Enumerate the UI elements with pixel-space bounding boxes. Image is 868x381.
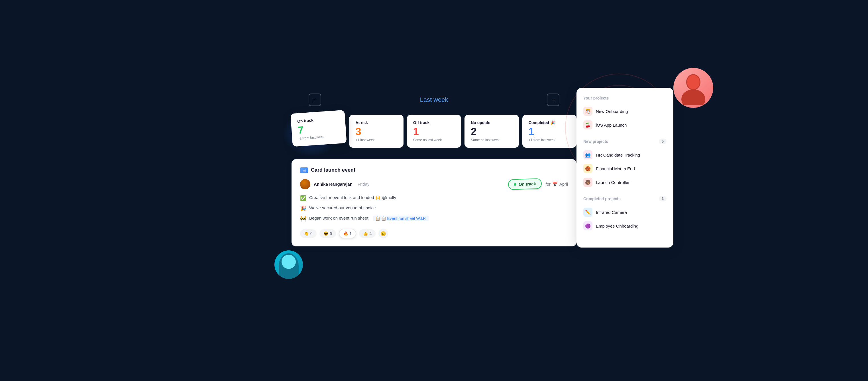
card-icon: ▤ — [300, 167, 308, 173]
completed-projects-count: 3 — [659, 196, 666, 201]
stats-row: On track 7 -2 from last week At risk 3 +… — [291, 115, 577, 153]
stat-sub: Same as last week — [413, 138, 455, 142]
project-icon: 🐻 — [583, 178, 592, 187]
project-name: Launch Controller — [596, 180, 629, 185]
project-name: New Onboarding — [596, 109, 628, 114]
completed-projects-section-header: Completed projects 3 — [583, 196, 666, 201]
link-text: 📋 Event run sheet W.I.P. — [381, 216, 426, 221]
stat-label: Off track — [413, 120, 455, 125]
new-projects-count: 5 — [659, 139, 666, 144]
project-name: Employee Onboarding — [596, 224, 638, 228]
new-projects-section-header: New projects 5 — [583, 139, 666, 144]
avatar-top-right — [673, 68, 713, 108]
check-icon: ✅ — [300, 195, 306, 201]
user-row: Annika Rangarajan Friday On track for 📅 … — [300, 179, 568, 189]
period-value: April — [559, 182, 568, 186]
update-card-title: Card launch event — [311, 167, 355, 173]
svg-point-1 — [681, 89, 705, 105]
update-card: ▤ Card launch event Annika Rangarajan Fr… — [291, 159, 577, 246]
list-item: 🚧 Began work on event run sheet 📋 📋 Even… — [300, 215, 568, 222]
new-projects-list: 👥 HR Candidate Tracking 🏀 Financial Mont… — [583, 148, 666, 189]
avatar-head — [282, 255, 296, 269]
link-icon: 📋 — [375, 216, 380, 221]
completed-projects-list: ✏️ Infrared Camera 🟣 Employee Onboarding — [583, 205, 666, 233]
smiley-icon: 🙂 — [380, 231, 386, 236]
new-projects-title: New projects — [583, 139, 608, 144]
reaction-clap[interactable]: 👏 6 — [300, 229, 317, 238]
party-icon: 🎉 — [300, 205, 306, 212]
projects-panel: Your projects 🎊 New Onboarding 🍒 iOS App… — [577, 88, 673, 247]
next-button[interactable]: → — [547, 93, 559, 106]
project-icon: 🏀 — [583, 164, 592, 173]
item-text: Began work on event run sheet — [309, 215, 368, 221]
list-item[interactable]: 🟣 Employee Onboarding — [583, 219, 666, 233]
project-name: Financial Month End — [596, 166, 635, 171]
stat-card-no-update: No update 2 Same as last week — [464, 115, 519, 148]
stat-label: At risk — [355, 120, 397, 125]
project-icon: 🍒 — [583, 120, 592, 129]
avatar — [300, 179, 310, 189]
stat-label: On track — [297, 116, 339, 123]
project-icon: 👥 — [583, 150, 592, 159]
stat-sub: +1 last week — [355, 138, 397, 142]
project-icon: 🟣 — [583, 221, 592, 230]
stat-card-off-track: Off track 1 Same as last week — [407, 115, 461, 148]
fire-count: 1 — [350, 231, 352, 236]
stat-label: Completed 🎉 — [529, 120, 570, 125]
for-label: for — [546, 182, 551, 186]
stat-card-completed: Completed 🎉 1 +1 from last week — [522, 115, 577, 148]
list-item[interactable]: 🎊 New Onboarding — [583, 105, 666, 118]
on-track-badge: On track — [508, 178, 542, 190]
your-projects-title: Your projects — [583, 96, 666, 100]
user-name: Annika Rangarajan — [314, 182, 352, 186]
svg-point-2 — [687, 75, 700, 89]
user-day: Friday — [358, 182, 370, 186]
stat-number: 7 — [298, 122, 340, 136]
thumbs-up-emoji: 👍 — [363, 231, 368, 236]
fire-emoji: 🔥 — [343, 231, 348, 236]
project-name: Infrared Camera — [596, 210, 627, 215]
list-item: 🎉 We've secured our venue of choice — [300, 205, 568, 212]
reaction-thumbs-up[interactable]: 👍 4 — [359, 229, 376, 238]
update-items: ✅ Creative for event lock and loaded 🙌 @… — [300, 195, 568, 222]
list-item[interactable]: 🍒 iOS App Launch — [583, 118, 666, 132]
reaction-cool[interactable]: 😎 6 — [319, 229, 336, 238]
stat-label: No update — [471, 120, 513, 125]
add-reaction-button[interactable]: 🙂 — [378, 229, 388, 238]
stat-sub: Same as last week — [471, 138, 513, 142]
cool-emoji: 😎 — [323, 231, 328, 236]
for-date: for 📅 April — [546, 182, 568, 187]
project-icon: 🎊 — [583, 107, 592, 116]
avatar-bottom-left — [274, 251, 303, 279]
clap-emoji: 👏 — [304, 231, 309, 236]
item-text: We've secured our venue of choice — [309, 205, 376, 210]
prev-button[interactable]: ← — [309, 93, 321, 106]
construction-icon: 🚧 — [300, 215, 306, 222]
status-dot — [514, 183, 516, 186]
stat-number: 3 — [355, 127, 397, 137]
stat-card-on-track: On track 7 -2 from last week — [290, 110, 347, 147]
project-icon: ✏️ — [583, 208, 592, 217]
event-run-sheet-link[interactable]: 📋 📋 Event run sheet W.I.P. — [373, 215, 429, 221]
clap-count: 6 — [310, 231, 313, 236]
stat-card-at-risk: At risk 3 +1 last week — [349, 115, 403, 148]
list-item[interactable]: 🐻 Launch Controller — [583, 175, 666, 189]
list-item: ✅ Creative for event lock and loaded 🙌 @… — [300, 195, 568, 201]
item-text: Creative for event lock and loaded 🙌 @mo… — [309, 195, 396, 200]
your-projects-list: 🎊 New Onboarding 🍒 iOS App Launch — [583, 105, 666, 132]
list-item[interactable]: 👥 HR Candidate Tracking — [583, 148, 666, 162]
list-item[interactable]: ✏️ Infrared Camera — [583, 205, 666, 219]
thumbs-up-count: 4 — [369, 231, 372, 236]
completed-projects-title: Completed projects — [583, 197, 621, 201]
stat-number: 2 — [471, 127, 513, 137]
project-name: HR Candidate Tracking — [596, 153, 640, 157]
reaction-fire[interactable]: 🔥 1 — [339, 229, 356, 238]
list-item[interactable]: 🏀 Financial Month End — [583, 162, 666, 175]
project-name: iOS App Launch — [596, 123, 627, 127]
cool-count: 6 — [330, 231, 332, 236]
status-badge-wrap: On track for 📅 April — [508, 179, 568, 189]
calendar-icon: 📅 — [552, 182, 558, 187]
update-card-header: ▤ Card launch event — [300, 167, 568, 173]
header-nav: ← Last week → — [291, 93, 577, 106]
reactions-row: 👏 6 😎 6 🔥 1 👍 4 🙂 — [300, 229, 568, 238]
